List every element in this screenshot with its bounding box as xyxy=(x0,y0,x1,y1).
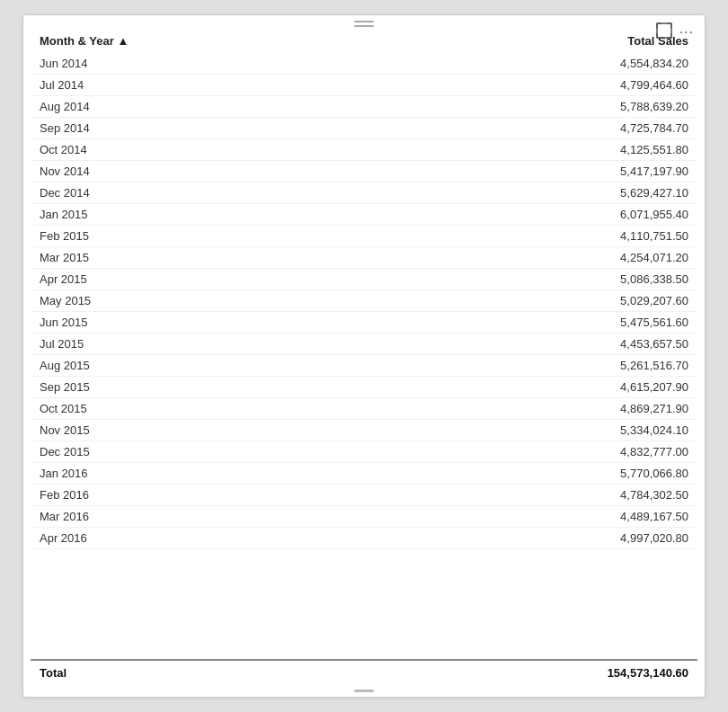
cell-month-year: Sep 2014 xyxy=(31,118,397,139)
cell-total-sales: 4,554,834.20 xyxy=(397,53,697,75)
col-header-total-sales[interactable]: Total Sales xyxy=(397,29,697,53)
cell-total-sales: 4,784,302.50 xyxy=(397,485,697,506)
table-row: Jun 20144,554,834.20 xyxy=(31,53,697,75)
col-header-month-year[interactable]: Month & Year ▲ xyxy=(31,29,397,53)
table-row: Nov 20155,334,024.10 xyxy=(31,420,697,441)
table-row: Jan 20165,770,066.80 xyxy=(31,463,697,485)
cell-total-sales: 4,453,657.50 xyxy=(397,334,697,355)
cell-total-sales: 4,615,207.90 xyxy=(397,377,697,398)
cell-month-year: Jul 2014 xyxy=(31,75,397,96)
cell-total-sales: 4,832,777.00 xyxy=(397,441,697,463)
cell-total-sales: 4,110,751.50 xyxy=(397,226,697,247)
cell-total-sales: 5,475,561.60 xyxy=(397,312,697,334)
cell-total-sales: 5,788,639.20 xyxy=(397,96,697,118)
cell-month-year: Nov 2014 xyxy=(31,161,397,182)
cell-total-sales: 4,997,020.80 xyxy=(397,528,697,549)
cell-month-year: Feb 2016 xyxy=(31,485,397,506)
table-row: Jul 20154,453,657.50 xyxy=(31,334,697,355)
bottom-drag-handle[interactable] xyxy=(23,685,705,697)
data-table: Jun 20144,554,834.20Jul 20144,799,464.60… xyxy=(31,53,697,549)
cell-total-sales: 4,254,071.20 xyxy=(397,247,697,269)
widget-panel: ··· Month & Year ▲ Total Sales xyxy=(22,14,706,698)
table-footer: Total 154,573,140.60 xyxy=(31,659,697,685)
table-row: Aug 20155,261,516.70 xyxy=(31,355,697,377)
cell-total-sales: 4,869,271.90 xyxy=(397,398,697,420)
cell-total-sales: 5,261,516.70 xyxy=(397,355,697,377)
cell-month-year: Jan 2015 xyxy=(31,204,397,226)
expand-button[interactable] xyxy=(656,22,672,42)
cell-month-year: Mar 2016 xyxy=(31,506,397,528)
table-row: Jul 20144,799,464.60 xyxy=(31,75,697,96)
header-actions: ··· xyxy=(656,22,694,42)
top-drag-handle[interactable] xyxy=(23,15,705,29)
cell-total-sales: 5,770,066.80 xyxy=(397,463,697,485)
cell-month-year: Aug 2015 xyxy=(31,355,397,377)
table-row: Aug 20145,788,639.20 xyxy=(31,96,697,118)
footer-label: Total xyxy=(31,661,397,685)
table-row: Jun 20155,475,561.60 xyxy=(31,312,697,334)
cell-month-year: Dec 2014 xyxy=(31,182,397,204)
footer-total: 154,573,140.60 xyxy=(397,661,697,685)
cell-month-year: Feb 2015 xyxy=(31,226,397,247)
cell-month-year: Jan 2016 xyxy=(31,463,397,485)
table-row: May 20155,029,207.60 xyxy=(31,290,697,312)
cell-total-sales: 5,086,338.50 xyxy=(397,269,697,290)
svg-rect-0 xyxy=(657,23,671,38)
cell-month-year: Jun 2014 xyxy=(31,53,397,75)
cell-month-year: May 2015 xyxy=(31,290,397,312)
table-row: Feb 20164,784,302.50 xyxy=(31,485,697,506)
more-options-button[interactable]: ··· xyxy=(679,24,694,40)
table-row: Apr 20164,997,020.80 xyxy=(31,528,697,549)
cell-month-year: Nov 2015 xyxy=(31,420,397,441)
cell-month-year: Oct 2014 xyxy=(31,139,397,161)
table-row: Mar 20164,489,167.50 xyxy=(31,506,697,528)
cell-total-sales: 4,725,784.70 xyxy=(397,118,697,139)
cell-total-sales: 5,629,427.10 xyxy=(397,182,697,204)
cell-month-year: Aug 2014 xyxy=(31,96,397,118)
cell-month-year: Sep 2015 xyxy=(31,377,397,398)
table-row: Sep 20144,725,784.70 xyxy=(31,118,697,139)
cell-total-sales: 4,799,464.60 xyxy=(397,75,697,96)
cell-total-sales: 4,125,551.80 xyxy=(397,139,697,161)
table-body-scroll[interactable]: Jun 20144,554,834.20Jul 20144,799,464.60… xyxy=(31,53,697,659)
table-row: Dec 20145,629,427.10 xyxy=(31,182,697,204)
col-month-year-label: Month & Year xyxy=(40,34,114,48)
cell-month-year: Apr 2016 xyxy=(31,528,397,549)
table-row: Dec 20154,832,777.00 xyxy=(31,441,697,463)
table-row: Oct 20154,869,271.90 xyxy=(31,398,697,420)
table-row: Oct 20144,125,551.80 xyxy=(31,139,697,161)
cell-month-year: Oct 2015 xyxy=(31,398,397,420)
cell-month-year: Jun 2015 xyxy=(31,312,397,334)
cell-month-year: Apr 2015 xyxy=(31,269,397,290)
cell-total-sales: 5,029,207.60 xyxy=(397,290,697,312)
sort-arrow-asc: ▲ xyxy=(117,34,129,48)
cell-month-year: Dec 2015 xyxy=(31,441,397,463)
table-row: Sep 20154,615,207.90 xyxy=(31,377,697,398)
cell-total-sales: 6,071,955.40 xyxy=(397,204,697,226)
cell-month-year: Mar 2015 xyxy=(31,247,397,269)
cell-month-year: Jul 2015 xyxy=(31,334,397,355)
table-row: Feb 20154,110,751.50 xyxy=(31,226,697,247)
cell-total-sales: 5,417,197.90 xyxy=(397,161,697,182)
table-row: Nov 20145,417,197.90 xyxy=(31,161,697,182)
cell-total-sales: 4,489,167.50 xyxy=(397,506,697,528)
table-container: Month & Year ▲ Total Sales xyxy=(23,29,705,685)
cell-total-sales: 5,334,024.10 xyxy=(397,420,697,441)
table-row: Apr 20155,086,338.50 xyxy=(31,269,697,290)
table-row: Jan 20156,071,955.40 xyxy=(31,204,697,226)
table-row: Mar 20154,254,071.20 xyxy=(31,247,697,269)
table-header: Month & Year ▲ Total Sales xyxy=(31,29,697,53)
